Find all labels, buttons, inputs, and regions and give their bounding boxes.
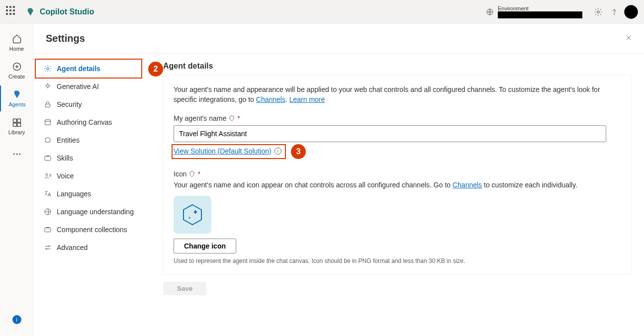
svg-marker-20 <box>184 205 201 225</box>
nav-label: Agent details <box>57 65 100 73</box>
nav-label: Security <box>57 100 82 108</box>
gear-icon <box>44 65 52 73</box>
svg-rect-13 <box>45 120 51 125</box>
nlu-icon <box>44 208 52 216</box>
settings-nav-component-collections[interactable]: Component collections <box>38 221 159 239</box>
nav-label: Skills <box>57 154 73 162</box>
top-bar: Copilot Studio Environment <box>0 0 644 24</box>
icon-label: Icon * <box>174 170 622 178</box>
settings-nav-security[interactable]: Security <box>38 95 159 113</box>
app-launcher-icon[interactable] <box>6 6 18 18</box>
settings-nav-advanced[interactable]: Advanced <box>38 239 159 256</box>
left-nav-rail: Home Create Agents Library i <box>0 24 34 336</box>
user-avatar[interactable] <box>624 5 638 19</box>
product-name: Copilot Studio <box>40 7 94 16</box>
nav-library-label: Library <box>8 129 25 135</box>
save-button[interactable]: Save <box>163 282 206 295</box>
svg-rect-14 <box>45 157 51 161</box>
info-badge-icon[interactable]: i <box>12 315 21 324</box>
svg-point-15 <box>46 173 48 175</box>
settings-nav: Agent details Generative AI Security Aut… <box>34 54 163 336</box>
svg-point-19 <box>46 248 47 250</box>
advanced-icon <box>44 244 52 252</box>
svg-rect-6 <box>13 123 16 127</box>
languages-icon <box>44 190 52 198</box>
svg-rect-5 <box>17 119 20 122</box>
settings-gear-icon[interactable] <box>590 4 606 20</box>
library-icon <box>12 117 22 127</box>
page-header: Settings <box>34 24 644 54</box>
hexagon-sparkle-icon <box>181 203 204 227</box>
svg-rect-7 <box>17 123 20 127</box>
agents-icon <box>12 89 22 99</box>
svg-rect-17 <box>45 228 51 232</box>
product-logo[interactable]: Copilot Studio <box>26 7 94 17</box>
info-icon[interactable]: i <box>275 148 281 155</box>
nav-library[interactable]: Library <box>0 113 34 139</box>
ellipsis-icon <box>12 149 22 159</box>
settings-nav-entities[interactable]: Entities <box>38 131 159 149</box>
nav-create-label: Create <box>8 74 25 80</box>
plus-circle-icon <box>12 62 22 72</box>
page-title: Settings <box>46 33 85 44</box>
svg-point-2 <box>614 13 614 14</box>
learn-more-link[interactable]: Learn more <box>289 95 325 103</box>
help-icon[interactable] <box>606 4 622 20</box>
channels-link-2[interactable]: Channels <box>453 181 482 189</box>
nav-home-label: Home <box>9 46 24 52</box>
shield-icon <box>188 170 195 177</box>
sparkle-icon <box>44 83 52 90</box>
nav-label: Advanced <box>57 244 88 252</box>
collections-icon <box>44 226 52 234</box>
shield-icon <box>228 115 235 122</box>
settings-nav-skills[interactable]: Skills <box>38 149 159 167</box>
settings-nav-languages[interactable]: Languages <box>38 185 159 203</box>
environment-value <box>498 11 582 18</box>
agent-name-input[interactable] <box>174 125 606 142</box>
svg-rect-4 <box>13 119 16 122</box>
settings-nav-voice[interactable]: Voice <box>38 167 159 185</box>
agent-icon-preview <box>174 196 211 234</box>
nav-label: Languages <box>57 190 91 198</box>
nav-create[interactable]: Create <box>0 58 34 84</box>
home-icon <box>12 34 22 44</box>
skills-icon <box>44 154 52 162</box>
svg-point-18 <box>48 246 50 247</box>
nav-more[interactable] <box>0 145 34 163</box>
nav-agents-label: Agents <box>8 101 25 107</box>
settings-nav-generative-ai[interactable]: Generative AI <box>38 78 159 95</box>
nav-label: Component collections <box>57 226 127 234</box>
settings-nav-authoring-canvas[interactable]: Authoring Canvas <box>38 113 159 131</box>
icon-hint: Used to represent the agent inside the c… <box>174 257 622 264</box>
lock-icon <box>44 100 52 108</box>
nav-home[interactable]: Home <box>0 30 34 56</box>
globe-icon <box>486 8 494 16</box>
environment-picker[interactable]: Environment <box>486 5 582 18</box>
icon-description: Your agent's name and icon appear on cha… <box>174 181 622 189</box>
svg-point-9 <box>16 154 17 155</box>
entities-icon <box>44 136 52 144</box>
svg-point-10 <box>19 154 20 155</box>
svg-point-21 <box>189 217 190 219</box>
svg-point-1 <box>597 10 600 13</box>
annotation-badge-3: 3 <box>291 144 306 159</box>
section-description: Your agent's name and appearance will be… <box>174 85 622 104</box>
required-asterisk: * <box>197 170 200 178</box>
section-heading: Agent details <box>163 62 632 71</box>
voice-icon <box>44 172 52 180</box>
close-icon[interactable] <box>625 34 632 43</box>
settings-nav-agent-details[interactable]: Agent details <box>38 60 159 78</box>
agent-details-content: Agent details Your agent's name and appe… <box>163 54 644 336</box>
channels-link[interactable]: Channels <box>256 95 285 103</box>
settings-nav-language-understanding[interactable]: Language understanding <box>38 203 159 221</box>
canvas-icon <box>44 118 52 126</box>
svg-rect-12 <box>45 104 50 107</box>
view-solution-link[interactable]: View Solution (Default Solution) <box>174 147 272 155</box>
svg-point-8 <box>13 154 14 155</box>
nav-agents[interactable]: Agents <box>0 85 34 111</box>
change-icon-button[interactable]: Change icon <box>174 239 236 253</box>
nav-label: Generative AI <box>57 83 99 90</box>
svg-point-11 <box>47 68 49 70</box>
nav-label: Language understanding <box>57 208 134 216</box>
required-asterisk: * <box>237 114 240 122</box>
